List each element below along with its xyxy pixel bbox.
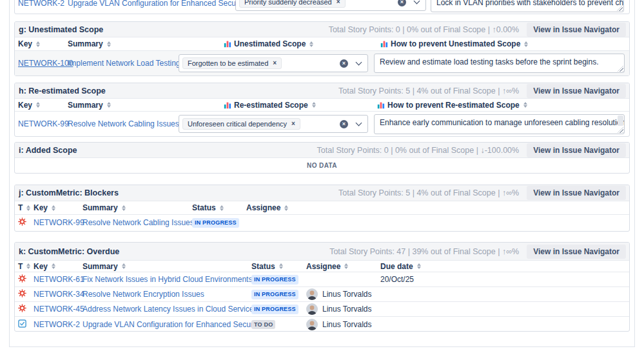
textarea-scrollbar[interactable]: [618, 115, 623, 126]
scope-reason-select[interactable]: Forgotten to be estimated × ×: [179, 54, 368, 72]
scope-reason-select[interactable]: Priority suddenly decreased × ×: [235, 0, 426, 11]
issue-summary-link[interactable]: Address Network Latency Issues in Cloud …: [83, 305, 257, 314]
table-row: NETWORK-45 Address Network Latency Issue…: [15, 302, 629, 317]
section-title: j: CustomMetric: Blockers: [19, 188, 119, 197]
bug-icon: [18, 217, 26, 226]
issue-type-cell: [18, 217, 26, 228]
view-in-issue-navigator-button[interactable]: View in Issue Navigator: [527, 84, 626, 98]
selected-option-chip: Priority suddenly decreased ×: [239, 0, 346, 8]
column-header-key[interactable]: Key: [34, 262, 55, 271]
issue-summary-link[interactable]: Resolve Network Encryption Issues: [83, 290, 204, 299]
column-header-type[interactable]: T: [18, 262, 30, 271]
issue-type-cell: [18, 304, 26, 314]
clear-icon[interactable]: ×: [340, 59, 348, 68]
column-header-key[interactable]: Key: [18, 101, 40, 110]
clear-icon[interactable]: ×: [340, 120, 348, 128]
sort-icon[interactable]: [36, 102, 40, 108]
issue-key-link[interactable]: NETWORK-2: [34, 320, 80, 329]
no-data-message: NO DATA: [15, 158, 629, 173]
remove-tag-icon[interactable]: ×: [337, 0, 340, 5]
view-in-issue-navigator-button[interactable]: View in Issue Navigator: [527, 186, 626, 200]
sort-icon[interactable]: [344, 263, 348, 269]
sort-icon[interactable]: [52, 263, 55, 269]
assignee-cell: Linus Torvalds: [306, 319, 372, 330]
issue-key-link[interactable]: NETWORK-2: [18, 0, 64, 8]
issue-key-link[interactable]: NETWORK-99: [34, 218, 84, 227]
column-header-status[interactable]: Status: [192, 203, 224, 212]
sort-icon[interactable]: [309, 41, 313, 47]
sort-icon[interactable]: [523, 102, 527, 108]
column-header-scope[interactable]: Re-estimated Scope: [224, 101, 316, 110]
issue-key-link[interactable]: NETWORK-100: [18, 59, 73, 68]
column-header-summary[interactable]: Summary: [83, 262, 126, 271]
issue-summary-link[interactable]: Resolve Network Cabling Issues: [68, 119, 179, 128]
status-badge: IN PROGRESS: [251, 290, 298, 299]
bar-chart-icon: [224, 40, 231, 48]
remove-tag-icon[interactable]: ×: [273, 60, 277, 66]
column-header-type[interactable]: T: [18, 203, 30, 212]
column-header-summary[interactable]: Summary: [83, 203, 126, 212]
bug-icon: [18, 274, 26, 283]
sort-icon[interactable]: [36, 41, 40, 47]
sort-icon[interactable]: [107, 41, 111, 47]
column-header-assignee[interactable]: Assignee: [306, 262, 348, 271]
resize-handle[interactable]: [618, 127, 623, 133]
column-header-status[interactable]: Status: [251, 262, 283, 271]
issue-summary-link[interactable]: Resolve Network Cabling Issues: [83, 218, 194, 227]
view-in-issue-navigator-button[interactable]: View in Issue Navigator: [527, 245, 626, 259]
issue-key-link[interactable]: NETWORK-45: [34, 305, 84, 314]
view-in-issue-navigator-button[interactable]: View in Issue Navigator: [527, 143, 626, 157]
selected-option-chip: Forgotten to be estimated ×: [182, 57, 282, 69]
issue-type-cell: [18, 289, 26, 299]
issue-summary-link[interactable]: Upgrade VLAN Configuration for Enhanced …: [83, 320, 261, 329]
table-row: NETWORK-99 Resolve Network Cabling Issue…: [15, 215, 629, 230]
column-header-prevent[interactable]: How to prevent Re-estimated Scope: [377, 101, 527, 110]
sort-icon[interactable]: [284, 205, 288, 211]
sort-icon[interactable]: [26, 263, 30, 269]
sort-icon[interactable]: [312, 102, 316, 108]
column-header-key[interactable]: Key: [18, 39, 40, 48]
column-header-summary[interactable]: Summary: [68, 39, 111, 48]
section-stats: Total Story Points: 0 | 0% out of Final …: [329, 25, 520, 34]
issue-key-link[interactable]: NETWORK-34: [34, 290, 84, 299]
chip-label: Unforeseen critical dependency: [188, 120, 287, 128]
scope-reason-select[interactable]: Unforeseen critical dependency × ×: [179, 115, 368, 133]
clear-icon[interactable]: ×: [398, 0, 406, 6]
prevention-textarea[interactable]: Lock in VLAN priorities with stakeholder…: [431, 0, 624, 12]
chevron-down-icon[interactable]: [356, 119, 362, 126]
bar-chart-icon: [224, 101, 231, 109]
column-header-prevent[interactable]: How to prevent Unestimated Scope: [380, 39, 528, 48]
table-row: NETWORK-99 Resolve Network Cabling Issue…: [15, 112, 629, 136]
resize-handle[interactable]: [618, 66, 623, 72]
issue-type-cell: [18, 319, 26, 330]
issue-summary-link[interactable]: Upgrade VLAN Configuration for Enhanced …: [68, 0, 246, 8]
column-header-key[interactable]: Key: [34, 203, 55, 212]
sort-icon[interactable]: [122, 263, 126, 269]
column-header-scope[interactable]: Unestimated Scope: [224, 39, 313, 48]
table-row: NETWORK-2 Upgrade VLAN Configuration for…: [15, 317, 629, 332]
column-header-summary[interactable]: Summary: [68, 101, 111, 110]
prevention-textarea[interactable]: Enhance early communication to manage un…: [374, 114, 625, 134]
sort-icon[interactable]: [122, 205, 126, 211]
sort-icon[interactable]: [524, 41, 528, 47]
sort-icon[interactable]: [279, 263, 283, 269]
sort-icon[interactable]: [107, 102, 111, 108]
chevron-down-icon[interactable]: [356, 59, 362, 65]
issue-summary-link[interactable]: Implement Network Load Testing: [68, 59, 181, 68]
sort-icon[interactable]: [417, 263, 421, 269]
sort-icon[interactable]: [26, 205, 30, 211]
section-stats: Total Story Points: 5 | 4% out of Final …: [338, 86, 519, 95]
issue-key-link[interactable]: NETWORK-61: [34, 275, 84, 284]
issue-summary-link[interactable]: Fix Network Issues in Hybrid Cloud Envir…: [83, 275, 252, 284]
prevention-textarea[interactable]: Review and estimate load testing tasks b…: [374, 54, 625, 73]
view-in-issue-navigator-button[interactable]: View in Issue Navigator: [527, 23, 626, 37]
remove-tag-icon[interactable]: ×: [291, 121, 295, 127]
column-header-assignee[interactable]: Assignee: [246, 203, 288, 212]
column-header-due-date[interactable]: Due date: [380, 262, 421, 271]
scope-report-page: NETWORK-2 Upgrade VLAN Configuration for…: [0, 0, 644, 351]
chevron-down-icon[interactable]: [414, 0, 420, 4]
sort-icon[interactable]: [220, 205, 224, 211]
status-badge: IN PROGRESS: [192, 218, 239, 228]
issue-key-link[interactable]: NETWORK-99: [18, 119, 69, 128]
sort-icon[interactable]: [52, 205, 55, 211]
